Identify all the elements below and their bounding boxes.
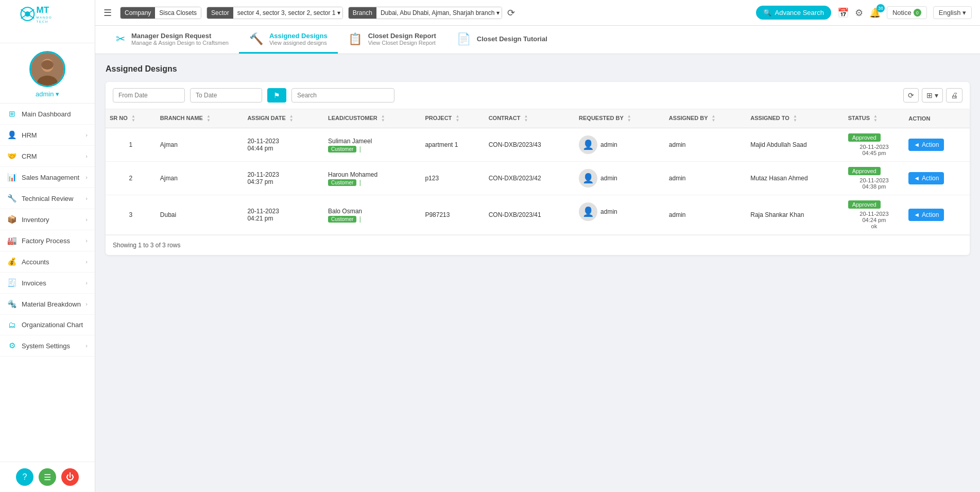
cell-sr: 1 <box>106 128 156 162</box>
sector-value[interactable]: sector 4, sector 3, sector 2, sector 1 ▾ <box>233 7 342 19</box>
cell-action[interactable]: ◄ Action <box>904 128 970 162</box>
sidebar-item-main-dashboard[interactable]: ⊞ Main Dashboard <box>0 104 95 125</box>
chevron-right-icon: › <box>85 195 88 201</box>
search-input[interactable] <box>291 88 394 103</box>
subnav-closet-design-report[interactable]: 📋 Closet Design Report View Closet Desig… <box>338 26 446 54</box>
chevron-left-icon: ◄ <box>914 211 920 218</box>
columns-toggle-button[interactable]: ⊞ ▾ <box>922 88 943 103</box>
cell-action[interactable]: ◄ Action <box>904 195 970 235</box>
sidebar-item-factory-process[interactable]: 🏭 Factory Process › <box>0 230 95 251</box>
col-assigned-to: ASSIGNED TO ▲▼ <box>746 109 844 128</box>
cell-requested-by: 👤 admin <box>575 162 665 193</box>
avatar: 👤 <box>579 202 597 221</box>
refresh-table-button[interactable]: ⟳ <box>903 88 919 103</box>
sidebar-item-label: Main Dashboard <box>22 110 71 118</box>
branch-value[interactable]: Dubai, Abu Dhabi, Ajman, Sharjah branch … <box>376 7 502 19</box>
sidebar-item-label: Inventory <box>22 216 49 224</box>
notice-button[interactable]: Notice 0 <box>887 6 927 19</box>
sidebar-item-invoices[interactable]: 🧾 Invoices › <box>0 273 95 294</box>
sidebar-item-organizational-chart[interactable]: 🗂 Organizational Chart <box>0 315 95 335</box>
factory-icon: 🏭 <box>7 236 16 245</box>
cell-contract: CON-DXB/2023/43 <box>485 128 575 162</box>
branch-filter[interactable]: Branch Dubai, Abu Dhabi, Ajman, Sharjah … <box>348 7 502 19</box>
status-date: 20-11-202304:24 pmok <box>848 211 901 229</box>
chevron-right-icon: › <box>85 343 88 349</box>
cell-action[interactable]: ◄ Action <box>904 162 970 195</box>
print-button[interactable]: 🖨 <box>946 88 962 103</box>
sidebar-item-label: HRM <box>22 131 37 139</box>
sidebar-item-label: CRM <box>22 152 37 160</box>
scissors-icon: ✂ <box>116 32 125 46</box>
admin-label[interactable]: admin ▾ <box>36 90 59 98</box>
sector-filter[interactable]: Sector sector 4, sector 3, sector 2, sec… <box>207 7 343 19</box>
action-button[interactable]: ◄ Action <box>908 172 944 184</box>
customer-badge: Customer <box>328 216 356 223</box>
customer-badge: Customer <box>328 179 356 186</box>
topbar: ☰ Company Sisca Closets Sector sector 4,… <box>95 0 980 26</box>
col-project: PROJECT ▲▼ <box>421 109 484 128</box>
hrm-icon: 👤 <box>7 130 16 140</box>
refresh-icon[interactable]: ⟳ <box>507 7 515 19</box>
col-sr-no: SR NO ▲▼ <box>106 109 156 128</box>
calendar-icon[interactable]: 📅 <box>837 7 849 19</box>
table-footer: Showing 1 to 3 of 3 rows <box>106 235 970 255</box>
hammer-icon: 🔨 <box>249 32 263 46</box>
help-button[interactable]: ? <box>16 468 33 486</box>
report-icon: 📋 <box>348 32 362 46</box>
sales-icon: 📊 <box>7 173 16 182</box>
sidebar-item-technical-review[interactable]: 🔧 Technical Review › <box>0 188 95 209</box>
company-value: Sisca Closets <box>155 7 201 19</box>
power-button[interactable]: ⏻ <box>61 468 79 486</box>
main-area: ☰ Company Sisca Closets Sector sector 4,… <box>95 0 980 492</box>
list-button[interactable]: ☰ <box>39 468 56 486</box>
table-row: 2 Ajman 20-11-202304:37 pm Haroun Mohame… <box>106 162 970 195</box>
sidebar-item-inventory[interactable]: 📦 Inventory › <box>0 209 95 230</box>
sidebar-item-label: Technical Review <box>22 195 73 202</box>
subnav-main-label: Manager Design Request <box>131 32 229 40</box>
sidebar-item-system-settings[interactable]: ⚙ System Settings › <box>0 335 95 357</box>
svg-text:MT: MT <box>37 5 49 15</box>
col-branch-name: BRANCH NAME ▲▼ <box>156 109 244 128</box>
col-action: ACTION <box>904 109 970 128</box>
cell-assign-date: 20-11-202304:21 pm <box>243 195 324 235</box>
action-button[interactable]: ◄ Action <box>908 139 944 151</box>
status-badge: Approved <box>848 200 881 209</box>
sidebar-item-sales-management[interactable]: 📊 Sales Management › <box>0 167 95 188</box>
menu-icon[interactable]: ☰ <box>104 7 112 19</box>
dashboard-icon: ⊞ <box>7 109 16 118</box>
status-badge: Approved <box>848 133 881 142</box>
language-selector[interactable]: English ▾ <box>933 6 972 19</box>
company-filter[interactable]: Company Sisca Closets <box>120 7 201 19</box>
subnav-manager-design-request[interactable]: ✂ Manager Design Request Manage & Assign… <box>106 26 239 54</box>
advance-search-button[interactable]: 🔍 Advance Search <box>756 6 831 20</box>
action-button[interactable]: ◄ Action <box>908 209 944 221</box>
chevron-left-icon: ◄ <box>914 175 920 182</box>
sidebar-item-label: Factory Process <box>22 237 70 245</box>
notifications-button[interactable]: 🔔 38 <box>869 7 881 19</box>
from-date-input[interactable] <box>113 88 185 103</box>
subnav-assigned-designs[interactable]: 🔨 Assigned Designs View assigned designs <box>239 26 338 54</box>
topbar-right: 🔍 Advance Search 📅 ⚙ 🔔 38 Notice 0 Engli… <box>756 6 972 20</box>
settings-icon: ⚙ <box>7 341 16 350</box>
notice-badge: 0 <box>914 9 921 16</box>
assigned-designs-table: SR NO ▲▼ BRANCH NAME ▲▼ ASSIGN DATE ▲▼ L… <box>106 109 970 235</box>
col-assigned-by: ASSIGNED BY ▲▼ <box>665 109 746 128</box>
cell-sr: 3 <box>106 195 156 235</box>
cell-project: P987213 <box>421 195 484 235</box>
cell-contract: CON-DXB/2023/42 <box>485 162 575 195</box>
to-date-input[interactable] <box>190 88 262 103</box>
gear-icon[interactable]: ⚙ <box>855 7 863 19</box>
sidebar-item-material-breakdown[interactable]: 🔩 Material Breakdown › <box>0 294 95 315</box>
sidebar-item-crm[interactable]: 🤝 CRM › <box>0 146 95 167</box>
page-title: Assigned Designs <box>106 64 970 74</box>
subnav-main-label: Assigned Designs <box>269 32 328 40</box>
filter-button[interactable]: ⚑ <box>267 88 286 103</box>
avatar: 👤 <box>579 169 597 188</box>
sidebar-item-hrm[interactable]: 👤 HRM › <box>0 125 95 146</box>
sidebar-item-accounts[interactable]: 💰 Accounts › <box>0 251 95 273</box>
sidebar-item-label: Accounts <box>22 258 49 266</box>
subnav-closet-design-tutorial[interactable]: 📄 Closet Design Tutorial <box>446 26 558 54</box>
sidebar-item-label: Organizational Chart <box>22 321 83 329</box>
toolbar-right: ⟳ ⊞ ▾ 🖨 <box>903 88 962 103</box>
crm-icon: 🤝 <box>7 151 16 161</box>
